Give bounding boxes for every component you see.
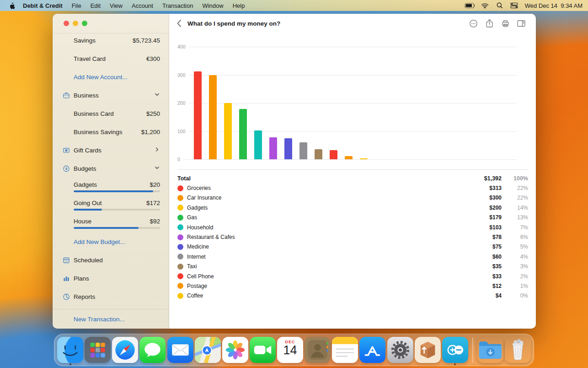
- add-new-account-button[interactable]: Add New Account...: [53, 68, 169, 86]
- battery-icon[interactable]: [465, 0, 476, 11]
- category-color-dot: [177, 205, 183, 211]
- menu-item-window[interactable]: Window: [198, 2, 228, 9]
- minimize-window-button[interactable]: [73, 21, 78, 26]
- panel-toggle-icon[interactable]: [517, 19, 526, 28]
- category-percent: 22%: [502, 185, 528, 191]
- sidebar-budget-gadgets[interactable]: Gadgets$20: [53, 178, 169, 196]
- legend-dot-cell: [177, 264, 187, 270]
- close-window-button[interactable]: [64, 21, 69, 26]
- dock-item-app-store[interactable]: [359, 336, 385, 365]
- menu-clock[interactable]: Wed Dec 14 9:34 AM: [523, 2, 583, 9]
- menu-item-file[interactable]: File: [67, 2, 86, 9]
- facetime-icon: [250, 337, 276, 363]
- sidebar-budget-going-out[interactable]: Going Out$172: [53, 196, 169, 214]
- dock-item-system-settings[interactable]: [387, 336, 413, 365]
- sidebar-item-gift-cards[interactable]: Gift Cards: [53, 141, 169, 159]
- share-icon[interactable]: [485, 19, 494, 28]
- dock-item-photos[interactable]: [222, 336, 248, 365]
- category-percent: 13%: [502, 214, 528, 221]
- back-button[interactable]: [172, 19, 186, 27]
- control-center-icon[interactable]: [508, 0, 520, 11]
- table-row-car-insurance: Car Insurance$30022%: [177, 193, 528, 203]
- chart-bar-cell-phone: [330, 150, 337, 159]
- chart-bar-internet: [299, 142, 307, 159]
- dock-item-trash[interactable]: [505, 336, 531, 365]
- apple-menu-icon[interactable]: [5, 2, 18, 9]
- chart-bar-gadgets: [224, 103, 232, 159]
- dock-item-launchpad[interactable]: [85, 336, 111, 365]
- y-axis-tick: 400: [177, 44, 189, 49]
- category-amount: $35: [465, 263, 502, 270]
- system-settings-icon: [387, 337, 413, 363]
- sidebar-item-business[interactable]: Business: [53, 86, 169, 104]
- app-store-icon: [359, 337, 385, 363]
- dock-item-contacts[interactable]: [305, 336, 331, 365]
- category-amount: $4: [465, 292, 502, 299]
- running-indicator: [454, 363, 456, 365]
- search-icon[interactable]: [494, 0, 506, 11]
- sidebar-account-business-card[interactable]: Business Card$250: [53, 104, 169, 123]
- category-color-dot: [177, 254, 183, 260]
- sidebar-list: Savings$5,723.45Travel Card€300Add New A…: [53, 31, 169, 306]
- sidebar-item-scheduled[interactable]: Scheduled: [53, 251, 169, 269]
- category-amount: $78: [465, 234, 502, 240]
- dock-item-finder[interactable]: [57, 336, 83, 365]
- sidebar-account-travel-card[interactable]: Travel Card€300: [53, 49, 169, 68]
- budget-progress-fill: [74, 190, 153, 192]
- menu-item-view[interactable]: View: [105, 2, 127, 9]
- chevron-down-icon[interactable]: [154, 92, 160, 99]
- notes-icon: [332, 337, 358, 363]
- chevron-right-icon[interactable]: [154, 146, 160, 154]
- wifi-icon[interactable]: [479, 0, 491, 11]
- dock-item-notes[interactable]: [332, 336, 358, 365]
- sidebar-item-reports[interactable]: Reports: [53, 287, 169, 306]
- total-row: Total $1,392 100%: [177, 173, 528, 183]
- print-icon[interactable]: [501, 19, 510, 28]
- category-color-dot: [177, 195, 183, 201]
- category-label: Postage: [187, 283, 465, 289]
- category-color-dot: [177, 283, 183, 289]
- budget-progress-fill: [74, 209, 102, 211]
- menu-item-transaction[interactable]: Transaction: [158, 2, 198, 9]
- chevron-down-icon[interactable]: [154, 165, 160, 172]
- sidebar-item-plans[interactable]: Plans: [53, 269, 169, 287]
- sidebar-budget-house[interactable]: House$92: [53, 214, 169, 233]
- dock-item-debit-credit[interactable]: [442, 336, 468, 365]
- contacts-icon: [305, 337, 331, 363]
- sidebar-item-label: Savings: [74, 37, 133, 44]
- budget-row-top: Going Out$172: [74, 200, 160, 206]
- add-new-budget-button[interactable]: Add New Budget...: [53, 233, 169, 251]
- menu-item-edit[interactable]: Edit: [86, 2, 105, 9]
- dock-item-maps[interactable]: [195, 336, 221, 365]
- menu-app-name[interactable]: Debit & Credit: [18, 2, 67, 9]
- category-amount: $103: [465, 224, 502, 231]
- more-icon[interactable]: [469, 19, 478, 28]
- app-window: Savings$5,723.45Travel Card€300Add New A…: [53, 14, 536, 329]
- dock-item-downloads[interactable]: [477, 336, 503, 365]
- new-transaction-button[interactable]: New Transaction...: [53, 309, 169, 329]
- dock-item-facetime[interactable]: [250, 336, 276, 365]
- gridline: [177, 47, 517, 47]
- dock-item-messages[interactable]: [139, 336, 166, 365]
- menu-bar-right: Wed Dec 14 9:34 AM: [465, 0, 588, 11]
- table-divider: [177, 169, 528, 170]
- menu-item-help[interactable]: Help: [228, 2, 250, 9]
- sidebar-account-savings[interactable]: Savings$5,723.45: [53, 31, 169, 49]
- y-axis-tick: 200: [177, 100, 189, 106]
- dock-item-safari[interactable]: [112, 336, 138, 365]
- menu-item-account[interactable]: Account: [127, 2, 158, 9]
- dock-item-package[interactable]: [415, 336, 441, 365]
- zoom-window-button[interactable]: [82, 21, 87, 26]
- budget-remaining: $20: [150, 181, 160, 188]
- report-title: What do I spend my money on?: [187, 20, 280, 27]
- budget-remaining: $172: [146, 200, 160, 206]
- calendar-icon: [63, 255, 70, 265]
- chart-bar-medicine: [284, 138, 292, 159]
- sidebar-item-budgets[interactable]: $Budgets: [53, 159, 169, 178]
- account-balance: $5,723.45: [133, 37, 160, 44]
- dock-item-calendar[interactable]: DEC14: [277, 336, 303, 365]
- legend-dot-cell: [177, 205, 187, 211]
- sidebar-account-business-savings[interactable]: Business Savings$1,200: [53, 123, 169, 141]
- dock-item-mail[interactable]: [167, 336, 193, 365]
- budget-progress-track: [74, 209, 160, 211]
